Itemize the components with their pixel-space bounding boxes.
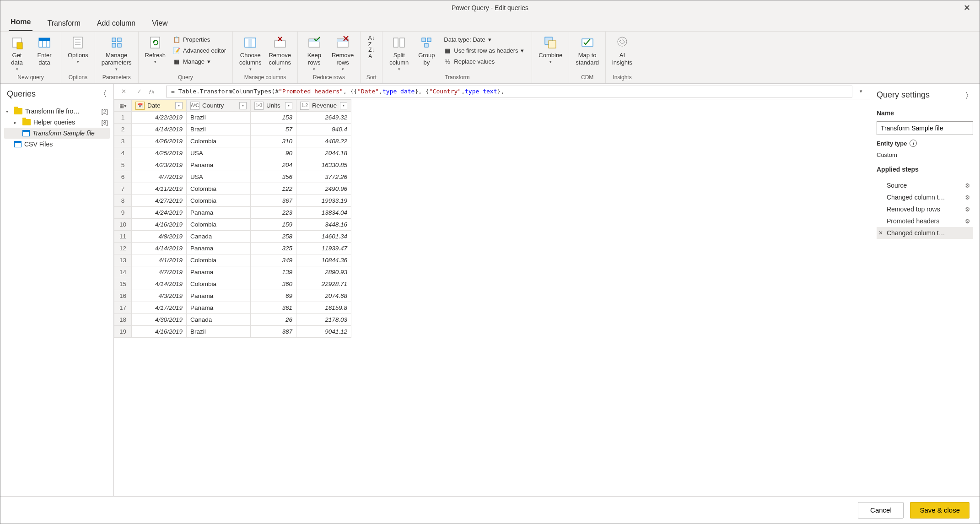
table-row[interactable]: 16 4/3/2019 Panama 69 2074.68 <box>114 290 351 302</box>
cell-country[interactable]: Brazil <box>187 326 251 338</box>
column-header-date[interactable]: 📅Date▾ <box>132 100 187 112</box>
cell-units[interactable]: 310 <box>251 135 296 147</box>
queries-item[interactable]: Transform Sample file <box>4 128 110 139</box>
remove-columns-button[interactable]: Remove columns▾ <box>266 33 293 73</box>
cell-revenue[interactable]: 2890.93 <box>296 266 351 278</box>
ai-insights-button[interactable]: AI insights <box>609 33 635 68</box>
type-icon[interactable]: 📅 <box>135 102 145 110</box>
row-number[interactable]: 3 <box>114 135 132 147</box>
table-row[interactable]: 12 4/14/2019 Panama 325 11939.47 <box>114 243 351 254</box>
table-row[interactable]: 11 4/8/2019 Canada 258 14601.34 <box>114 231 351 243</box>
cell-units[interactable]: 153 <box>251 112 296 124</box>
table-row[interactable]: 13 4/1/2019 Colombia 349 10844.36 <box>114 254 351 266</box>
cell-date[interactable]: 4/7/2019 <box>132 171 187 183</box>
cell-units[interactable]: 90 <box>251 147 296 159</box>
row-number[interactable]: 2 <box>114 124 132 135</box>
tab-view[interactable]: View <box>150 16 169 31</box>
map-to-standard-button[interactable]: Map to standard <box>573 33 602 68</box>
row-number[interactable]: 7 <box>114 183 132 195</box>
cell-country[interactable]: Panama <box>187 159 251 171</box>
cell-units[interactable]: 69 <box>251 290 296 302</box>
cell-units[interactable]: 349 <box>251 254 296 266</box>
cell-units[interactable]: 122 <box>251 183 296 195</box>
cell-country[interactable]: Panama <box>187 243 251 254</box>
table-row[interactable]: 5 4/23/2019 Panama 204 16330.85 <box>114 159 351 171</box>
cell-revenue[interactable]: 3448.16 <box>296 219 351 231</box>
cell-date[interactable]: 4/8/2019 <box>132 231 187 243</box>
combine-button[interactable]: Combine▾ <box>536 33 565 66</box>
row-number[interactable]: 14 <box>114 266 132 278</box>
table-row[interactable]: 4 4/25/2019 USA 90 2044.18 <box>114 147 351 159</box>
sort-asc-button[interactable]: A↓Z <box>367 36 376 46</box>
cell-date[interactable]: 4/14/2019 <box>132 243 187 254</box>
tab-home[interactable]: Home <box>9 15 32 31</box>
gear-icon[interactable]: ⚙ <box>965 182 970 189</box>
applied-step[interactable]: Promoted headers⚙ <box>877 215 973 227</box>
row-number[interactable]: 1 <box>114 112 132 124</box>
column-header-revenue[interactable]: 1.2Revenue▾ <box>296 100 351 112</box>
properties-button[interactable]: 📋Properties <box>170 34 229 44</box>
cell-date[interactable]: 4/3/2019 <box>132 290 187 302</box>
row-number[interactable]: 4 <box>114 147 132 159</box>
queries-folder[interactable]: ▾Transform file fro…[2] <box>4 106 110 117</box>
table-row[interactable]: 10 4/16/2019 Colombia 159 3448.16 <box>114 219 351 231</box>
remove-rows-button[interactable]: Remove rows▾ <box>329 33 356 73</box>
row-number[interactable]: 16 <box>114 290 132 302</box>
row-number[interactable]: 10 <box>114 219 132 231</box>
cell-date[interactable]: 4/14/2019 <box>132 124 187 135</box>
table-row[interactable]: 2 4/14/2019 Brazil 57 940.4 <box>114 124 351 135</box>
cell-country[interactable]: Canada <box>187 231 251 243</box>
cancel-formula-button[interactable]: ✕ <box>118 86 129 97</box>
queries-item[interactable]: CSV Files <box>4 139 110 150</box>
tab-transform[interactable]: Transform <box>45 16 82 31</box>
row-number[interactable]: 12 <box>114 243 132 254</box>
queries-folder[interactable]: ▸Helper queries[3] <box>4 117 110 128</box>
commit-formula-button[interactable]: ✓ <box>133 86 145 97</box>
row-number[interactable]: 6 <box>114 171 132 183</box>
table-row[interactable]: 9 4/24/2019 Panama 223 13834.04 <box>114 207 351 219</box>
table-row[interactable]: 15 4/14/2019 Colombia 360 22928.71 <box>114 278 351 290</box>
cell-units[interactable]: 325 <box>251 243 296 254</box>
cell-date[interactable]: 4/1/2019 <box>132 254 187 266</box>
row-number[interactable]: 11 <box>114 231 132 243</box>
table-row[interactable]: 19 4/16/2019 Brazil 387 9041.12 <box>114 326 351 338</box>
cell-revenue[interactable]: 16159.8 <box>296 302 351 314</box>
cell-units[interactable]: 223 <box>251 207 296 219</box>
tab-add-column[interactable]: Add column <box>95 16 138 31</box>
row-number[interactable]: 5 <box>114 159 132 171</box>
cell-country[interactable]: Panama <box>187 207 251 219</box>
cell-country[interactable]: Colombia <box>187 183 251 195</box>
data-grid[interactable]: ▦▾📅Date▾AᴮCCountry▾1²3Units▾1.2Revenue▾ … <box>114 99 351 338</box>
table-row[interactable]: 18 4/30/2019 Canada 26 2178.03 <box>114 314 351 326</box>
row-number[interactable]: 15 <box>114 278 132 290</box>
cancel-button[interactable]: Cancel <box>858 502 904 519</box>
column-header-units[interactable]: 1²3Units▾ <box>251 100 296 112</box>
cell-revenue[interactable]: 16330.85 <box>296 159 351 171</box>
cell-country[interactable]: Colombia <box>187 195 251 207</box>
cell-revenue[interactable]: 2490.96 <box>296 183 351 195</box>
cell-country[interactable]: Brazil <box>187 124 251 135</box>
applied-step[interactable]: ✕Changed column t… <box>877 227 973 239</box>
sort-desc-button[interactable]: Z↓A <box>367 48 375 58</box>
advanced-editor-button[interactable]: 📝Advanced editor <box>170 45 229 55</box>
get-data-button[interactable]: Get data▾ <box>4 33 30 73</box>
cell-units[interactable]: 57 <box>251 124 296 135</box>
cell-country[interactable]: USA <box>187 171 251 183</box>
cell-units[interactable]: 204 <box>251 159 296 171</box>
type-icon[interactable]: 1²3 <box>254 102 264 110</box>
cell-revenue[interactable]: 13834.04 <box>296 207 351 219</box>
select-all-corner[interactable]: ▦▾ <box>114 100 132 112</box>
collapse-settings-button[interactable]: 〉 <box>965 90 973 101</box>
delete-step-icon[interactable]: ✕ <box>878 230 883 236</box>
cell-date[interactable]: 4/23/2019 <box>132 159 187 171</box>
table-row[interactable]: 3 4/26/2019 Colombia 310 4408.22 <box>114 135 351 147</box>
cell-country[interactable]: USA <box>187 147 251 159</box>
row-number[interactable]: 17 <box>114 302 132 314</box>
cell-date[interactable]: 4/25/2019 <box>132 147 187 159</box>
cell-country[interactable]: Colombia <box>187 135 251 147</box>
cell-revenue[interactable]: 19933.19 <box>296 195 351 207</box>
cell-date[interactable]: 4/16/2019 <box>132 326 187 338</box>
cell-revenue[interactable]: 2044.18 <box>296 147 351 159</box>
table-row[interactable]: 14 4/7/2019 Panama 139 2890.93 <box>114 266 351 278</box>
cell-date[interactable]: 4/27/2019 <box>132 195 187 207</box>
